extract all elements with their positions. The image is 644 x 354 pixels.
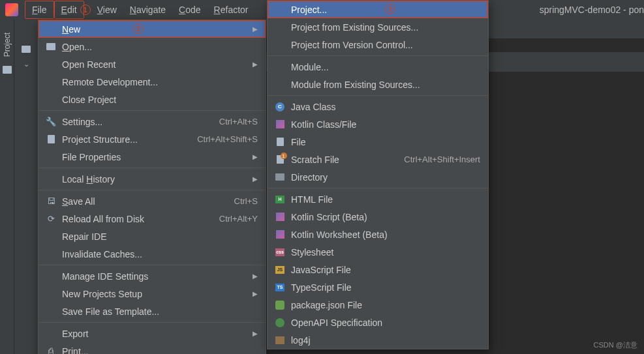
folder-icon <box>3 66 12 74</box>
menu-item-label: Reload All from Disk <box>62 214 219 224</box>
menu-item-export[interactable]: Export▶ <box>38 325 266 342</box>
chevron-down-icon[interactable]: ⌄ <box>23 60 29 68</box>
folder-icon[interactable] <box>22 46 31 55</box>
menu-item-scratch-file[interactable]: Scratch FileCtrl+Alt+Shift+Insert <box>268 151 488 168</box>
java-icon: C <box>274 102 286 111</box>
menu-item-project-structure[interactable]: Project Structure...Ctrl+Alt+Shift+S <box>38 130 266 148</box>
file-menu-dropdown: New▶2Open...Open Recent▶Remote Developme… <box>38 20 266 354</box>
menu-item-label: Project from Existing Sources... <box>291 22 480 33</box>
html-icon: H <box>274 196 286 203</box>
menu-item-label: Directory <box>291 172 480 183</box>
menu-separator <box>38 190 266 190</box>
menu-item-project-from-version-control[interactable]: Project from Version Control... <box>268 36 488 53</box>
menu-item-new-projects-setup[interactable]: New Projects Setup▶ <box>38 285 266 302</box>
menu-item-label: Stylesheet <box>291 247 480 258</box>
menu-item-openapi-specification[interactable]: OpenAPI Specification <box>268 314 488 331</box>
menu-item-typescript-file[interactable]: TSTypeScript File <box>268 278 488 296</box>
menu-item-javascript-file[interactable]: JSJavaScript File <box>268 261 488 278</box>
menu-item-settings[interactable]: 🔧Settings...Ctrl+Alt+S <box>38 113 266 130</box>
menu-item-label: package.json File <box>291 300 480 310</box>
menu-item-new[interactable]: New▶2 <box>38 20 266 38</box>
menu-separator <box>268 55 488 56</box>
kotlin-icon <box>274 230 286 239</box>
menu-edit[interactable]: Edit <box>54 1 84 19</box>
menu-item-print[interactable]: ⎙Print... <box>38 342 266 354</box>
log-icon <box>274 336 286 344</box>
chevron-right-icon: ▶ <box>253 290 258 297</box>
menu-item-close-project[interactable]: Close Project <box>38 91 266 108</box>
menu-item-html-file[interactable]: HHTML File <box>268 190 488 208</box>
menu-item-stylesheet[interactable]: cssStylesheet <box>268 243 488 261</box>
menu-item-label: Save All <box>62 196 234 207</box>
menu-item-label: Open... <box>62 42 258 52</box>
menu-item-project-from-existing-sources[interactable]: Project from Existing Sources... <box>268 18 488 36</box>
menu-code[interactable]: Code <box>172 1 207 18</box>
save-icon: 🖫 <box>45 196 57 206</box>
menu-item-kotlin-script-beta[interactable]: Kotlin Script (Beta) <box>268 208 488 226</box>
menu-item-label: File Properties <box>62 152 247 162</box>
window-title: springMVC-demo02 - pon <box>540 5 644 15</box>
menu-navigate[interactable]: Navigate <box>123 1 172 18</box>
menu-item-invalidate-caches[interactable]: Invalidate Caches... <box>38 245 266 263</box>
menu-item-kotlin-worksheet-beta[interactable]: Kotlin Worksheet (Beta) <box>268 226 488 243</box>
menu-item-open-recent[interactable]: Open Recent▶ <box>38 55 266 73</box>
menu-separator <box>38 265 266 265</box>
gear-icon: 🔧 <box>45 117 57 126</box>
menu-item-reload-all-from-disk[interactable]: ⟳Reload All from DiskCtrl+Alt+Y <box>38 210 266 228</box>
print-icon: ⎙ <box>45 346 57 354</box>
kotlin-icon <box>274 213 286 221</box>
menu-item-label: Save File as Template... <box>62 306 258 317</box>
menu-separator <box>268 95 488 96</box>
menu-item-file-properties[interactable]: File Properties▶ <box>38 148 266 166</box>
menu-item-kotlin-class-file[interactable]: Kotlin Class/File <box>268 115 488 133</box>
menu-item-label: Settings... <box>62 117 219 127</box>
menu-item-label: Remote Development... <box>62 77 258 87</box>
project-tool-button[interactable]: Project <box>3 33 12 57</box>
tool-window-bar-left: Project <box>0 20 14 354</box>
menu-item-label: Repair IDE <box>62 231 258 242</box>
folder-icon <box>45 43 57 50</box>
menu-item-label: Module from Existing Sources... <box>291 80 480 90</box>
menu-item-label: HTML File <box>291 194 480 205</box>
menu-item-label: Open Recent <box>62 59 247 70</box>
menu-item-file[interactable]: File <box>268 133 488 151</box>
menu-item-label: Local History <box>62 174 247 184</box>
menu-file[interactable]: File <box>25 1 54 19</box>
menu-shortcut: Ctrl+S <box>234 196 258 206</box>
menu-separator <box>38 322 266 323</box>
menu-item-manage-ide-settings[interactable]: Manage IDE Settings▶ <box>38 267 266 285</box>
menu-view[interactable]: View <box>91 1 123 18</box>
menu-item-open[interactable]: Open... <box>38 38 266 55</box>
menu-item-label: log4j <box>291 335 480 346</box>
doc-icon <box>45 135 57 143</box>
menu-item-label: Close Project <box>62 95 258 105</box>
annotation: 2 <box>133 23 144 34</box>
menu-item-local-history[interactable]: Local History▶ <box>38 170 266 188</box>
kotlin-icon <box>274 120 286 128</box>
api-icon <box>274 318 286 327</box>
reload-icon: ⟳ <box>45 214 57 224</box>
menu-item-remote-development[interactable]: Remote Development... <box>38 73 266 91</box>
menu-item-module-from-existing-sources[interactable]: Module from Existing Sources... <box>268 76 488 93</box>
menu-item-label: Print... <box>62 346 258 355</box>
menu-item-save-all[interactable]: 🖫Save AllCtrl+S <box>38 192 266 210</box>
menu-item-project[interactable]: Project...3 <box>268 1 488 18</box>
menu-item-directory[interactable]: Directory <box>268 168 488 186</box>
chevron-right-icon: ▶ <box>253 273 258 280</box>
file-icon <box>274 138 286 146</box>
menu-item-label: Project Structure... <box>62 134 197 145</box>
menu-item-package-json-file[interactable]: package.json File <box>268 296 488 314</box>
menu-item-log4j[interactable]: log4j <box>268 331 488 349</box>
menu-item-java-class[interactable]: CJava Class <box>268 98 488 115</box>
menu-item-save-file-as-template[interactable]: Save File as Template... <box>38 302 266 320</box>
menu-item-label: Project from Version Control... <box>291 40 480 50</box>
menu-shortcut: Ctrl+Alt+Shift+Insert <box>404 155 480 164</box>
chevron-right-icon: ▶ <box>253 25 258 33</box>
menu-separator <box>38 168 266 168</box>
app-icon <box>5 3 18 16</box>
menu-item-label: File <box>291 137 480 147</box>
menu-item-module[interactable]: Module... <box>268 58 488 76</box>
menu-item-label: New <box>62 24 247 35</box>
menu-refactor[interactable]: Refactor <box>207 1 255 18</box>
menu-item-repair-ide[interactable]: Repair IDE <box>38 228 266 245</box>
